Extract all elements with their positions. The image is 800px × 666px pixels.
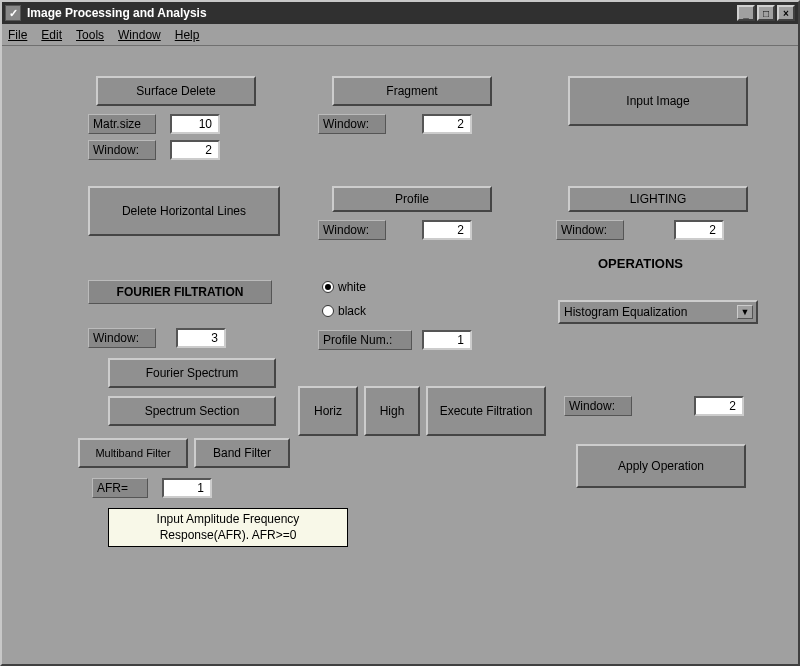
fourier-filtration-heading: FOURIER FILTRATION bbox=[88, 280, 272, 304]
matr-size-label: Matr.size bbox=[88, 114, 156, 134]
lighting-button[interactable]: LIGHTING bbox=[568, 186, 748, 212]
menu-file[interactable]: File bbox=[8, 28, 27, 42]
profile-window-label: Window: bbox=[318, 220, 386, 240]
menu-tools[interactable]: Tools bbox=[76, 28, 104, 42]
menu-help[interactable]: Help bbox=[175, 28, 200, 42]
operations-dropdown[interactable]: Histogram Equalization ▼ bbox=[558, 300, 758, 324]
profile-window-input[interactable] bbox=[422, 220, 472, 240]
matr-size-input[interactable] bbox=[170, 114, 220, 134]
menubar: File Edit Tools Window Help bbox=[2, 24, 798, 46]
window-title: Image Processing and Analysis bbox=[27, 6, 737, 20]
operations-dropdown-value: Histogram Equalization bbox=[564, 305, 687, 319]
client-area: Surface Delete Fragment Input Image Matr… bbox=[2, 46, 798, 664]
profile-button[interactable]: Profile bbox=[332, 186, 492, 212]
afr-input[interactable] bbox=[162, 478, 212, 498]
high-button[interactable]: High bbox=[364, 386, 420, 436]
spectrum-section-button[interactable]: Spectrum Section bbox=[108, 396, 276, 426]
afr-tooltip: Input Amplitude Frequency Response(AFR).… bbox=[108, 508, 348, 547]
radio-black[interactable]: black bbox=[322, 304, 366, 318]
minimize-button[interactable]: _ bbox=[737, 5, 755, 21]
apply-operation-button[interactable]: Apply Operation bbox=[576, 444, 746, 488]
fourier-window-label: Window: bbox=[88, 328, 156, 348]
delete-horizontal-lines-button[interactable]: Delete Horizontal Lines bbox=[88, 186, 280, 236]
surface-delete-button[interactable]: Surface Delete bbox=[96, 76, 256, 106]
surface-window-input[interactable] bbox=[170, 140, 220, 160]
fragment-window-label: Window: bbox=[318, 114, 386, 134]
radio-white-label: white bbox=[338, 280, 366, 294]
fourier-window-input[interactable] bbox=[176, 328, 226, 348]
app-window: ✓ Image Processing and Analysis _ □ × Fi… bbox=[0, 0, 800, 666]
afr-label: AFR= bbox=[92, 478, 148, 498]
fragment-window-input[interactable] bbox=[422, 114, 472, 134]
menu-window[interactable]: Window bbox=[118, 28, 161, 42]
ops-window-input[interactable] bbox=[694, 396, 744, 416]
input-image-button[interactable]: Input Image bbox=[568, 76, 748, 126]
maximize-button[interactable]: □ bbox=[757, 5, 775, 21]
app-icon: ✓ bbox=[5, 5, 21, 21]
lighting-window-input[interactable] bbox=[674, 220, 724, 240]
radio-black-label: black bbox=[338, 304, 366, 318]
ops-window-label: Window: bbox=[564, 396, 632, 416]
afr-tooltip-text: Input Amplitude Frequency Response(AFR).… bbox=[157, 512, 300, 542]
profile-num-label: Profile Num.: bbox=[318, 330, 412, 350]
profile-num-input[interactable] bbox=[422, 330, 472, 350]
fragment-button[interactable]: Fragment bbox=[332, 76, 492, 106]
radio-white[interactable]: white bbox=[322, 280, 366, 294]
radio-white-dot bbox=[322, 281, 334, 293]
surface-window-label: Window: bbox=[88, 140, 156, 160]
close-button[interactable]: × bbox=[777, 5, 795, 21]
multiband-filter-button[interactable]: Multiband Filter bbox=[78, 438, 188, 468]
horiz-button[interactable]: Horiz bbox=[298, 386, 358, 436]
fourier-spectrum-button[interactable]: Fourier Spectrum bbox=[108, 358, 276, 388]
band-filter-button[interactable]: Band Filter bbox=[194, 438, 290, 468]
execute-filtration-button[interactable]: Execute Filtration bbox=[426, 386, 546, 436]
chevron-down-icon: ▼ bbox=[737, 305, 753, 319]
lighting-window-label: Window: bbox=[556, 220, 624, 240]
operations-heading: OPERATIONS bbox=[598, 256, 683, 271]
menu-edit[interactable]: Edit bbox=[41, 28, 62, 42]
titlebar: ✓ Image Processing and Analysis _ □ × bbox=[2, 2, 798, 24]
radio-black-dot bbox=[322, 305, 334, 317]
